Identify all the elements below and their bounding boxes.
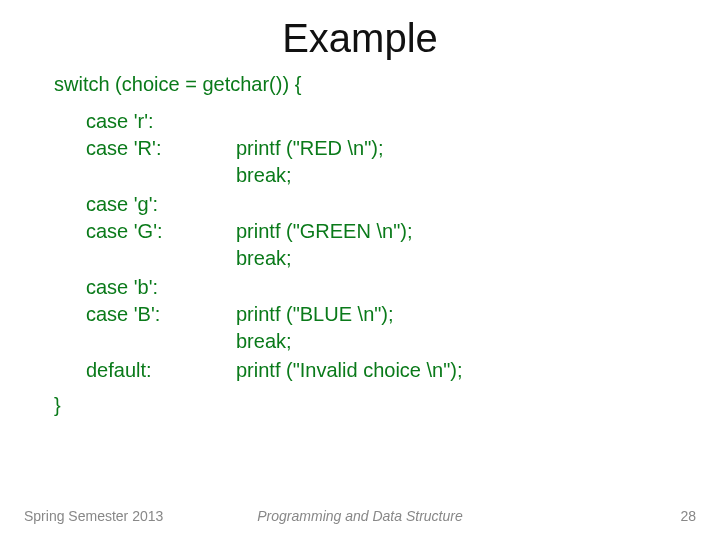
blank-line [236,191,412,218]
case-line: case 'G': [86,218,236,245]
case-actions: printf ("RED \n"); break; [236,108,384,189]
action-line: printf ("GREEN \n"); [236,218,412,245]
action-line: break; [236,245,412,272]
case-block: case 'b': case 'B': printf ("BLUE \n"); … [54,274,720,357]
case-labels: case 'b': case 'B': [86,274,236,355]
case-labels: case 'r': case 'R': [86,108,236,189]
case-block: case 'r': case 'R': printf ("RED \n"); b… [54,108,720,191]
code-content: switch (choice = getchar()) { case 'r': … [0,71,720,419]
footer-center: Programming and Data Structure [257,508,462,524]
case-labels: case 'g': case 'G': [86,191,236,272]
action-line: printf ("BLUE \n"); [236,301,394,328]
case-labels: default: [86,357,236,384]
case-actions: printf ("GREEN \n"); break; [236,191,412,272]
case-line: case 'B': [86,301,236,328]
case-actions: printf ("Invalid choice \n"); [236,357,463,384]
action-line: break; [236,328,394,355]
action-line: break; [236,162,384,189]
footer-left: Spring Semester 2013 [24,508,163,524]
slide-title: Example [0,0,720,71]
blank-line [236,274,394,301]
case-line: case 'r': [86,108,236,135]
case-actions: printf ("BLUE \n"); break; [236,274,394,355]
action-line: printf ("RED \n"); [236,135,384,162]
footer-page-number: 28 [680,508,696,524]
case-line: case 'b': [86,274,236,301]
case-line: case 'R': [86,135,236,162]
slide: Example switch (choice = getchar()) { ca… [0,0,720,540]
close-brace: } [54,386,720,419]
case-block: default: printf ("Invalid choice \n"); [54,357,720,386]
case-block: case 'g': case 'G': printf ("GREEN \n");… [54,191,720,274]
case-line: case 'g': [86,191,236,218]
slide-footer: Spring Semester 2013 Programming and Dat… [0,508,720,524]
action-line: printf ("Invalid choice \n"); [236,357,463,384]
case-line: default: [86,357,236,384]
switch-statement: switch (choice = getchar()) { [54,71,720,108]
blank-line [236,108,384,135]
